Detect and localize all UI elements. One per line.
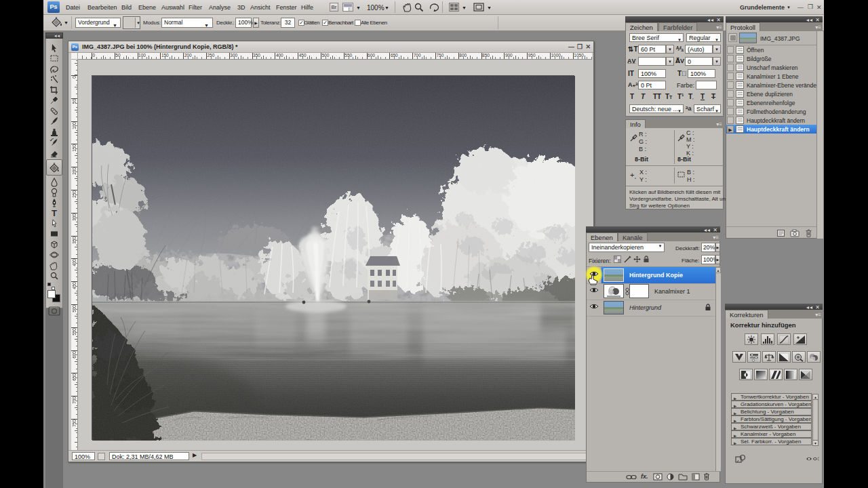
svg-text:T: T: [52, 208, 57, 218]
